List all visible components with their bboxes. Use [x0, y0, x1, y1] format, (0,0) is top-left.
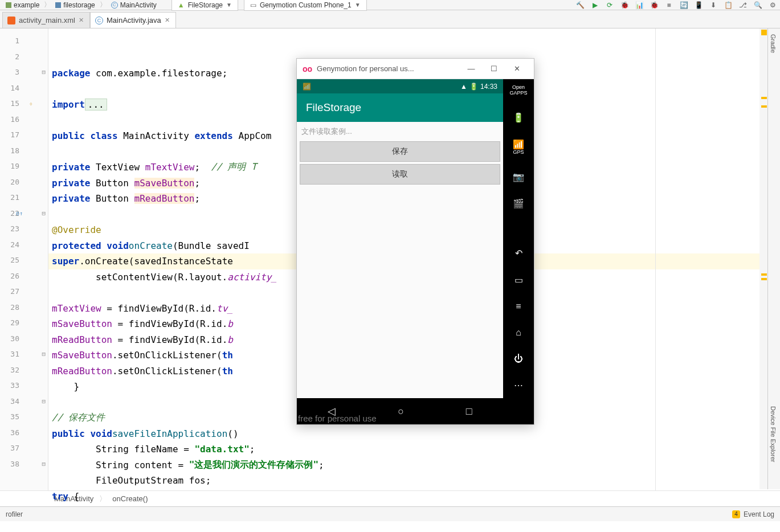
line-number[interactable]: 38⊟ [0, 456, 48, 472]
code-line[interactable]: String content = "这是我们演示的文件存储示例"; [48, 457, 780, 473]
line-number[interactable]: 15⬨ [0, 96, 48, 112]
search-icon[interactable]: 🔍 [753, 1, 763, 10]
line-number[interactable]: 33 [0, 378, 48, 394]
line-number[interactable]: 30 [0, 331, 48, 347]
warning-marker[interactable] [761, 97, 767, 99]
home-nav-icon[interactable]: ○ [398, 406, 404, 418]
implements-gutter-icon[interactable]: ⬨ [29, 100, 33, 107]
gradle-panel-tab[interactable]: Gradle [768, 28, 778, 59]
multi-window-icon[interactable]: ▭ [514, 275, 523, 285]
status-profiler-label[interactable]: rofiler [6, 510, 23, 518]
tab-mainactivity-java[interactable]: C MainActivity.java ✕ [90, 12, 176, 28]
tab-activity-main-xml[interactable]: activity_main.xml ✕ [2, 12, 90, 28]
code-line[interactable]: FileOutputStream fos; [48, 473, 780, 489]
fold-toggle-icon[interactable]: ⊟ [42, 460, 46, 468]
attach-debug-icon[interactable]: 🐞 [649, 1, 659, 10]
nav-separator: 〉 [100, 0, 107, 10]
code-line[interactable]: try { [48, 489, 780, 505]
emulator-window[interactable]: oo Genymotion for personal us... — ☐ ✕ 📶… [296, 58, 534, 425]
line-number[interactable]: 28 [0, 300, 48, 316]
avd-icon[interactable]: 📱 [693, 1, 704, 10]
line-number[interactable]: 36 [0, 425, 48, 441]
app-action-bar: FileStorage [297, 93, 503, 122]
debug-icon[interactable]: 🐞 [619, 1, 630, 10]
line-number[interactable]: 16 [0, 112, 48, 128]
signal-icon: ▲ [460, 83, 467, 91]
warning-marker[interactable] [761, 105, 767, 108]
line-number[interactable]: 19 [0, 158, 48, 174]
line-number[interactable]: 20 [0, 174, 48, 190]
emulator-screen[interactable]: 📶 ▲ 🔋 14:33 FileStorage 文件读取案例... 保存 读取 … [297, 79, 503, 424]
structure-icon[interactable]: 📋 [723, 1, 733, 10]
code-line[interactable]: String fileName = "data.txt"; [48, 441, 780, 457]
line-number[interactable]: 1 [0, 33, 48, 49]
apply-icon[interactable]: ⟳ [605, 1, 615, 10]
line-number[interactable]: 18 [0, 143, 48, 159]
fold-toggle-icon[interactable]: ⊟ [42, 398, 46, 405]
rotate-back-icon[interactable]: ↶ [515, 248, 522, 259]
line-number[interactable]: 27 [0, 284, 48, 300]
power-icon[interactable]: ⏻ [514, 354, 523, 364]
warning-marker[interactable] [761, 273, 767, 276]
line-number[interactable]: 22o↑⊟ [0, 206, 48, 222]
fold-toggle-icon[interactable]: ⊟ [42, 68, 46, 76]
more-icon[interactable]: ⋯ [514, 380, 523, 391]
line-number[interactable]: 2 [0, 49, 48, 65]
stop-icon[interactable]: ■ [664, 1, 674, 10]
home-icon[interactable]: ⌂ [516, 328, 521, 338]
close-icon[interactable]: ✕ [79, 17, 84, 24]
save-button[interactable]: 保存 [300, 141, 500, 162]
line-number[interactable]: 34⊟ [0, 394, 48, 410]
hammer-icon[interactable]: 🔨 [575, 1, 585, 10]
text-input-hint[interactable]: 文件读取案例... [299, 124, 501, 139]
open-gapps-button[interactable]: OpenGAPPS [509, 85, 527, 96]
line-number[interactable]: 26 [0, 268, 48, 284]
line-number[interactable]: 29 [0, 315, 48, 331]
warning-marker[interactable] [761, 30, 767, 35]
clapper-icon[interactable]: 🎬 [513, 198, 524, 209]
git-icon[interactable]: ⎇ [738, 1, 748, 10]
error-marker-strip[interactable] [759, 28, 767, 489]
code-line[interactable]: public void saveFileInApplication() [48, 426, 780, 442]
maximize-button[interactable]: ☐ [483, 61, 505, 77]
sync-icon[interactable]: 🔄 [679, 1, 689, 10]
nav-folder[interactable]: filestorage [52, 1, 98, 9]
line-number[interactable]: 14 [0, 80, 48, 96]
line-number[interactable]: 25 [0, 252, 48, 268]
device-explorer-panel-tab[interactable]: Device File Explorer [768, 400, 778, 468]
warning-marker[interactable] [761, 278, 767, 280]
line-number[interactable]: 21 [0, 190, 48, 206]
line-number[interactable]: 31⊟ [0, 346, 48, 362]
line-number[interactable]: 37 [0, 440, 48, 456]
line-number[interactable]: 32 [0, 362, 48, 378]
minimize-button[interactable]: — [460, 61, 483, 77]
fold-toggle-icon[interactable]: ⊟ [42, 350, 46, 358]
line-number[interactable]: 17 [0, 127, 48, 143]
camera-icon[interactable]: 📷 [513, 171, 524, 182]
profiler-icon[interactable]: 📊 [634, 1, 644, 10]
menu-icon[interactable]: ≡ [516, 301, 521, 312]
settings-icon[interactable]: ⚙ [767, 1, 778, 10]
line-number[interactable]: 3⊟ [0, 64, 48, 80]
run-config-dropdown[interactable]: ▲ FileStorage ▼ [171, 0, 238, 11]
nav-class[interactable]: C MainActivity [108, 1, 160, 9]
close-icon[interactable]: ✕ [165, 17, 170, 24]
nav-project[interactable]: example [2, 1, 43, 9]
right-margin-line [655, 28, 656, 490]
gps-settings-button[interactable]: 📶 GPS [513, 139, 524, 155]
event-log-button[interactable]: Event Log [744, 510, 774, 518]
run-icon[interactable]: ▶ [590, 1, 600, 10]
close-button[interactable]: ✕ [505, 61, 528, 77]
line-number[interactable]: 23 [0, 221, 48, 237]
line-number[interactable]: 35 [0, 409, 48, 425]
sdk-icon[interactable]: ⬇ [708, 1, 718, 10]
emulator-sidebar: OpenGAPPS 🔋 📶 GPS 📷 🎬 ↶ ▭ ≡ ⌂ ⏻ ⋯ [503, 79, 534, 424]
override-gutter-icon[interactable]: o↑ [16, 210, 23, 216]
device-dropdown[interactable]: ▭ Genymotion Custom Phone_1 ▼ [244, 0, 367, 11]
fold-toggle-icon[interactable]: ⊟ [42, 210, 46, 217]
battery-settings-icon[interactable]: 🔋 [513, 112, 524, 123]
emulator-titlebar[interactable]: oo Genymotion for personal us... — ☐ ✕ [297, 59, 534, 79]
recent-nav-icon[interactable]: □ [466, 406, 472, 418]
line-number[interactable]: 24 [0, 237, 48, 253]
read-button[interactable]: 读取 [300, 164, 500, 185]
